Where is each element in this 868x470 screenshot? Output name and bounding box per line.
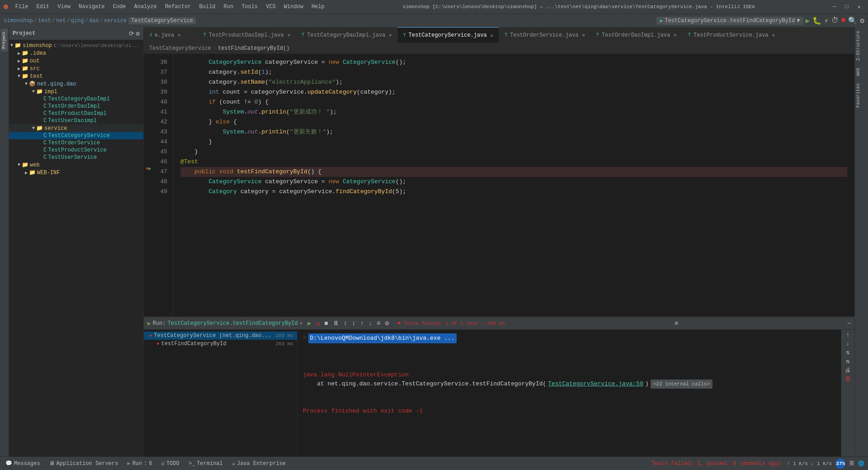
menu-analyze[interactable]: Analyze bbox=[131, 3, 160, 11]
settings-button[interactable]: ⚙ bbox=[860, 16, 864, 25]
tree-item-TestOrderDaoImpl[interactable]: C TestOrderDaoImpl bbox=[9, 103, 143, 110]
tree-item-src[interactable]: ▶ 📁 src bbox=[9, 65, 143, 72]
terminal-status[interactable]: >_ Terminal bbox=[187, 461, 225, 467]
filter-button[interactable]: ⚙ bbox=[384, 318, 390, 328]
rerun-failed-button[interactable]: ↺ bbox=[315, 318, 321, 328]
tree-item-TestUserDaoimpl[interactable]: C TestUserDaoimpl bbox=[9, 117, 143, 124]
minimize-button[interactable]: ─ bbox=[829, 3, 840, 11]
tab-close[interactable]: ✕ bbox=[582, 32, 585, 38]
tab-close[interactable]: ✕ bbox=[491, 33, 494, 38]
tree-item-package[interactable]: ▼ 📦 net.qing.dao bbox=[9, 80, 143, 88]
menu-run[interactable]: Run bbox=[220, 3, 237, 11]
menu-help[interactable]: Help bbox=[308, 3, 328, 11]
code-content[interactable]: CategoryService categoryService = new Ca… bbox=[173, 54, 854, 316]
tree-item-TestCategoryDaoImpl[interactable]: C TestCategoryDaoImpl bbox=[9, 95, 143, 103]
down-button[interactable]: ↓ bbox=[367, 319, 373, 328]
tab-close[interactable]: ✕ bbox=[288, 32, 291, 38]
tree-item-webinf[interactable]: ▶ 📁 WEB-INF bbox=[9, 169, 143, 176]
tab-TestProductDaoImpl[interactable]: T TestProductDaoImpl.java ✕ bbox=[198, 27, 296, 43]
maximize-button[interactable]: □ bbox=[842, 3, 852, 11]
tab-close[interactable]: ✕ bbox=[772, 32, 775, 38]
settings-icon[interactable]: ⚙ bbox=[136, 30, 140, 38]
active-file-label[interactable]: TestCategoryService bbox=[128, 17, 196, 24]
up-button[interactable]: ↑ bbox=[359, 319, 365, 328]
breadcrumb-class[interactable]: TestCategoryService bbox=[149, 45, 211, 52]
tab-TestOrderService[interactable]: T TestOrderService.java ✕ bbox=[499, 27, 591, 43]
stop-button[interactable]: ■ bbox=[323, 319, 329, 328]
run-tab-close[interactable]: ✕ bbox=[300, 320, 303, 326]
menu-build[interactable]: Build bbox=[196, 3, 219, 11]
tab-close[interactable]: ✕ bbox=[178, 32, 181, 38]
tree-item-web[interactable]: ▼ 📁 web bbox=[9, 161, 143, 169]
tree-item-service-folder[interactable]: ▼ 📁 service bbox=[9, 124, 143, 132]
tree-item-test[interactable]: ▼ 📁 test bbox=[9, 72, 143, 80]
tab-TestCategoryService[interactable]: T TestCategoryService.java ✕ bbox=[398, 27, 499, 43]
run-status[interactable]: ▶ Run: 6 bbox=[125, 460, 154, 467]
app-servers-status[interactable]: 🖥 Application Servers bbox=[47, 460, 120, 467]
run-panel-settings[interactable]: ⚙ bbox=[675, 320, 678, 327]
sync-icon[interactable]: ⟳ bbox=[129, 30, 134, 38]
code-editor[interactable]: ● ▶ 36 37 38 39 40 41 42 43 44 bbox=[144, 54, 854, 316]
java-enterprise-status[interactable]: ☕ Java Enterprise bbox=[230, 460, 288, 467]
run-expand-icon[interactable]: ⇅ bbox=[846, 349, 850, 356]
web-btn[interactable]: Web bbox=[855, 64, 868, 80]
breadcrumb-service[interactable]: service bbox=[104, 18, 127, 24]
run-item-testFindCategoryById[interactable]: ● testFindCategoryById 283 ms bbox=[144, 340, 297, 348]
run-button[interactable]: ▶ bbox=[805, 16, 810, 25]
messages-status[interactable]: 💬 Messages bbox=[4, 460, 42, 467]
tree-item-TestProductService[interactable]: C TestProductService bbox=[9, 147, 143, 154]
run-item-TestCategoryService[interactable]: ● TestCategoryService (net.qing.dao... 2… bbox=[144, 332, 297, 340]
breadcrumb-method[interactable]: testFindCategoryById() bbox=[218, 45, 289, 52]
run-delete-icon[interactable]: 🗑 bbox=[845, 375, 851, 382]
run-config-label[interactable]: TestCategoryService.testFindCategoryById bbox=[168, 320, 298, 327]
tree-item-simonshop[interactable]: ▼ 📁 simonshop C:\Users\lenovo\Desktop\si… bbox=[9, 42, 143, 49]
run-config-dropdown[interactable]: ▼ bbox=[797, 18, 800, 24]
todo-status[interactable]: ☑ TODO bbox=[160, 460, 181, 467]
tree-item-impl[interactable]: ▼ 📁 impl bbox=[9, 88, 143, 95]
breadcrumb-test[interactable]: test bbox=[38, 18, 51, 24]
tab-TestProductService[interactable]: T TestProductService.java ✕ bbox=[683, 27, 781, 43]
tree-item-TestCategoryService[interactable]: C TestCategoryService bbox=[9, 132, 143, 139]
favorites-btn[interactable]: Favorites bbox=[855, 80, 868, 111]
tab-TestCategoryDaoImpl[interactable]: T TestCategoryDaoImpl.java ✕ bbox=[296, 27, 397, 43]
sort-button[interactable]: ≡ bbox=[375, 319, 382, 328]
run-configuration[interactable]: ▶ TestCategoryService.testFindCategoryBy… bbox=[656, 17, 803, 25]
menu-vcs[interactable]: VCS bbox=[262, 3, 279, 11]
menu-code[interactable]: Code bbox=[109, 3, 130, 11]
close-button[interactable]: ✕ bbox=[854, 3, 864, 11]
run-print-icon[interactable]: 🖨 bbox=[845, 367, 851, 374]
stop-button[interactable]: ■ bbox=[841, 16, 846, 25]
run-down-icon[interactable]: ↓ bbox=[846, 340, 850, 347]
menu-edit[interactable]: Edit bbox=[33, 3, 53, 11]
z-structure-btn[interactable]: Z-Structure bbox=[855, 27, 868, 64]
tab-close[interactable]: ✕ bbox=[674, 32, 677, 38]
breadcrumb-qing[interactable]: qing bbox=[71, 18, 84, 24]
expand-button[interactable]: ↕ bbox=[342, 319, 349, 328]
menu-file[interactable]: File bbox=[12, 3, 32, 11]
tab-e-java[interactable]: J e.java ✕ bbox=[144, 27, 198, 43]
menu-navigate[interactable]: Navigate bbox=[75, 3, 108, 11]
breadcrumb-simonshop[interactable]: simonshop bbox=[4, 18, 33, 24]
collapse-button[interactable]: ↕ bbox=[350, 319, 357, 328]
project-tab[interactable]: Project bbox=[1, 29, 8, 52]
menu-view[interactable]: View bbox=[54, 3, 74, 11]
internal-calls-badge[interactable]: <22 internal calls> bbox=[651, 380, 712, 389]
tab-close[interactable]: ✕ bbox=[389, 32, 392, 38]
tree-item-idea[interactable]: ▶ 📁 .idea bbox=[9, 49, 143, 57]
menu-window[interactable]: Window bbox=[280, 3, 307, 11]
run-up-icon[interactable]: ↑ bbox=[846, 332, 850, 338]
run-collapse-icon[interactable]: ⇆ bbox=[846, 358, 850, 365]
run-panel-minimize[interactable]: ─ bbox=[848, 320, 851, 327]
stacktrace-link[interactable]: TestCategoryService.java:50 bbox=[548, 380, 643, 389]
pause-button[interactable]: ⏸ bbox=[331, 319, 340, 328]
rerun-button[interactable]: ▶ bbox=[306, 318, 312, 328]
tree-item-TestOrderService[interactable]: C TestOrderService bbox=[9, 139, 143, 147]
coverage-button[interactable]: ⚡ bbox=[824, 16, 829, 25]
menu-refactor[interactable]: Refactor bbox=[161, 3, 195, 11]
tab-TestOrderDaoImpl[interactable]: T TestOrderDaoImpl.java ✕ bbox=[591, 27, 683, 43]
search-button[interactable]: 🔍 bbox=[848, 16, 857, 25]
debug-button[interactable]: 🐛 bbox=[812, 16, 821, 25]
menu-tools[interactable]: Tools bbox=[238, 3, 261, 11]
profile-button[interactable]: ⏱ bbox=[831, 16, 839, 25]
tree-item-TestProductDaoImpl[interactable]: C TestProductDaoImpl bbox=[9, 110, 143, 117]
